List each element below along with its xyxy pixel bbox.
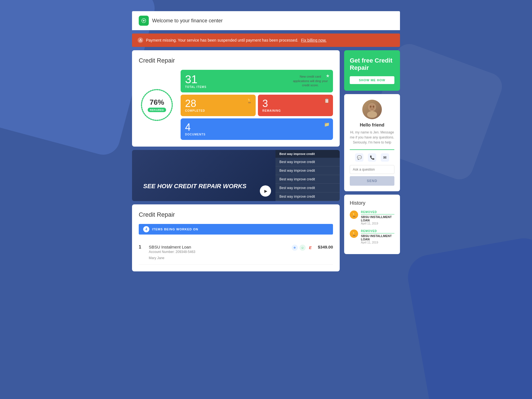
smile-icon[interactable]: ☺ bbox=[299, 245, 306, 251]
promo-title: Get free Credit Repair bbox=[350, 57, 394, 72]
stats-row: 76% REPAIRED 31 TOTAL ITEMS New cred bbox=[139, 70, 333, 140]
star-icon: ★ bbox=[326, 73, 330, 78]
svg-point-4 bbox=[368, 104, 376, 111]
item-user: Mary Jane bbox=[149, 256, 287, 260]
credit-repair-title: Credit Repair bbox=[139, 57, 333, 64]
video-section: SEE HOW CREDIT REPAIR WORKS Best way imp… bbox=[132, 150, 340, 201]
agent-desc: Hi, my name is Jen. Message me if you ha… bbox=[350, 130, 394, 145]
main-container: Welcome to your finance center ⚠ Payment… bbox=[132, 11, 400, 271]
list-item: 🏆 REMOVED SBSU INSTALLMENT LOAN April 11… bbox=[350, 211, 394, 225]
documents-label: DOCUMENTS bbox=[185, 133, 205, 136]
item-name: SBSU Instalment Loan bbox=[149, 245, 287, 249]
mail-icon[interactable]: ✉ bbox=[381, 153, 389, 162]
completed-number: 28 bbox=[185, 99, 196, 109]
items-badge: 4 ITEMS BEING WORKED ON bbox=[139, 224, 333, 235]
badge-count: 4 bbox=[143, 226, 149, 232]
left-column: Credit Repair 76% REPAIRED bbox=[132, 50, 340, 271]
chat-icons: 💬 📞 ✉ bbox=[350, 153, 394, 162]
remaining-label: REMAINING bbox=[262, 109, 281, 112]
playlist-item-4[interactable]: Best way improve credit bbox=[275, 184, 340, 192]
chat-divider bbox=[350, 149, 394, 150]
playlist-item-2[interactable]: Best way improve credit bbox=[275, 166, 340, 175]
svg-point-3 bbox=[367, 111, 377, 118]
agent-photo bbox=[362, 100, 382, 119]
playlist-header: Best way improve credit bbox=[275, 150, 340, 158]
history-loan-1: SBSU INSTALLMENT LOAN bbox=[361, 215, 394, 222]
history-info-1: REMOVED SBSU INSTALLMENT LOAN April 11, … bbox=[361, 211, 394, 225]
phone-icon[interactable]: 📞 bbox=[368, 153, 376, 162]
total-items-number: 31 bbox=[185, 74, 207, 85]
history-badge-2: 🏆 bbox=[350, 230, 358, 238]
clipboard-icon: 📋 bbox=[324, 98, 330, 103]
item-info: SBSU Instalment Loan Account Number: 209… bbox=[149, 245, 287, 260]
item-amount: $349.00 bbox=[318, 245, 333, 249]
snowflake-icon[interactable]: ❄ bbox=[292, 245, 298, 251]
app-title: Welcome to your finance center bbox=[152, 18, 223, 24]
progress-percent: 76% bbox=[148, 98, 166, 106]
trophy-icon: 🏆 bbox=[247, 98, 252, 103]
total-items-label: TOTAL ITEMS bbox=[185, 85, 207, 89]
credit-repair-stats-card: Credit Repair 76% REPAIRED bbox=[132, 50, 340, 147]
document-icon: 📁 bbox=[324, 122, 330, 127]
completed-label: COMPLETED bbox=[185, 109, 205, 112]
history-status-1: REMOVED bbox=[361, 211, 394, 214]
edit-icon[interactable]: E bbox=[307, 245, 313, 251]
app-header: Welcome to your finance center bbox=[132, 11, 400, 30]
send-button[interactable]: SEND bbox=[350, 176, 394, 186]
alert-message: Payment missing. Your service has been s… bbox=[146, 38, 298, 42]
alert-icon: ⚠ bbox=[138, 37, 143, 43]
history-loan-2: SBSU INSTALLMENT LOAN bbox=[361, 234, 394, 241]
agent-name: Hello friend bbox=[350, 123, 394, 128]
remaining-box: 3 REMAINING 📋 bbox=[258, 95, 333, 116]
chat-input[interactable] bbox=[350, 165, 394, 174]
chat-bubble-icon[interactable]: 💬 bbox=[355, 153, 363, 162]
show-me-how-button[interactable]: SHOW ME HOW bbox=[350, 76, 394, 84]
fix-billing-link[interactable]: Fix billing now. bbox=[301, 38, 327, 42]
total-items-box: 31 TOTAL ITEMS New credit card applicati… bbox=[181, 70, 333, 92]
total-items-note: New credit card applications will ding y… bbox=[292, 75, 329, 87]
circle-progress: 76% REPAIRED bbox=[139, 87, 175, 123]
history-date-1: April 11, 2019 bbox=[361, 222, 394, 225]
right-column: Get free Credit Repair SHOW ME HOW bbox=[344, 50, 400, 254]
history-info-2: REMOVED SBSU INSTALLMENT LOAN April 11, … bbox=[361, 230, 394, 244]
chat-card: Hello friend Hi, my name is Jen. Message… bbox=[344, 94, 400, 191]
app-logo bbox=[139, 16, 149, 26]
credit-repair-title-2: Credit Repair bbox=[139, 211, 333, 218]
history-title: History bbox=[350, 200, 394, 206]
item-account: Account Number: 209348-5463 bbox=[149, 250, 287, 254]
documents-number: 4 bbox=[185, 122, 191, 132]
history-date-2: April 11, 2019 bbox=[361, 241, 394, 244]
playlist-item-5[interactable]: Best way improve credit bbox=[275, 192, 340, 201]
svg-point-5 bbox=[370, 106, 372, 108]
promo-card: Get free Credit Repair SHOW ME HOW bbox=[344, 50, 400, 91]
credit-repair-items-card: Credit Repair 4 ITEMS BEING WORKED ON 1 … bbox=[132, 204, 340, 271]
list-item: 🏆 REMOVED SBSU INSTALLMENT LOAN April 11… bbox=[350, 230, 394, 244]
alert-banner: ⚠ Payment missing. Your service has been… bbox=[132, 34, 400, 47]
history-status-2: REMOVED bbox=[361, 230, 394, 233]
video-playlist: Best way improve credit Best way improve… bbox=[275, 150, 340, 201]
total-items-content: 31 TOTAL ITEMS bbox=[185, 74, 207, 89]
remaining-number: 3 bbox=[262, 99, 268, 109]
item-icons: ❄ ☺ E bbox=[292, 245, 313, 251]
agent-avatar bbox=[362, 100, 382, 119]
content-area: Credit Repair 76% REPAIRED bbox=[132, 50, 400, 271]
video-preview: SEE HOW CREDIT REPAIR WORKS bbox=[132, 150, 275, 201]
play-button[interactable] bbox=[260, 185, 271, 197]
playlist-item-3[interactable]: Best way improve credit bbox=[275, 175, 340, 184]
video-bg: SEE HOW CREDIT REPAIR WORKS bbox=[132, 150, 275, 201]
video-title: SEE HOW CREDIT REPAIR WORKS bbox=[136, 176, 253, 197]
history-card: History 🏆 REMOVED SBSU INSTALLMENT LOAN … bbox=[344, 195, 400, 254]
progress-label: REPAIRED bbox=[148, 107, 166, 112]
documents-box: 4 DOCUMENTS 📁 bbox=[181, 118, 333, 140]
completed-box: 28 COMPLETED 🏆 bbox=[181, 95, 256, 116]
history-badge-1: 🏆 bbox=[350, 211, 358, 219]
item-number: 1 bbox=[139, 245, 144, 250]
playlist-item-1[interactable]: Best way improve credit bbox=[275, 158, 340, 166]
circle-center: 76% REPAIRED bbox=[148, 98, 166, 112]
table-row: 1 SBSU Instalment Loan Account Number: 2… bbox=[139, 240, 333, 265]
svg-point-6 bbox=[373, 106, 374, 108]
badge-label: ITEMS BEING WORKED ON bbox=[152, 228, 198, 231]
stats-boxes: 31 TOTAL ITEMS New credit card applicati… bbox=[181, 70, 333, 140]
